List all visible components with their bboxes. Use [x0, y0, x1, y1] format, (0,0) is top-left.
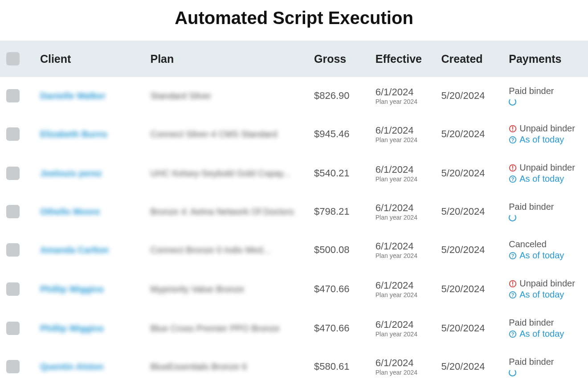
- client-name-link[interactable]: Danielle Walker: [40, 91, 106, 101]
- created-date: 5/20/2024: [441, 244, 485, 255]
- gross-amount: $945.46: [314, 128, 350, 139]
- help-circle-icon: ?: [509, 252, 517, 260]
- row-checkbox[interactable]: [6, 282, 20, 296]
- table-row: Amanda CarltonConnect Bronze 0 Indiv Med…: [0, 230, 588, 270]
- col-header-created[interactable]: Created: [441, 53, 509, 65]
- table-row: Othello MooreBronze 4: Aetna Network Of …: [0, 193, 588, 230]
- svg-text:?: ?: [511, 292, 514, 297]
- page-title: Automated Script Execution: [0, 0, 588, 41]
- help-circle-icon: ?: [509, 175, 517, 183]
- svg-text:?: ?: [511, 331, 514, 336]
- as-of-today-text: As of today: [519, 250, 564, 261]
- loading-spinner-icon: [509, 369, 516, 376]
- plan-name: UHC Kelsey-Seybold Gold Copay...: [151, 168, 290, 178]
- created-date: 5/20/2024: [441, 323, 485, 334]
- client-name-link[interactable]: Phillip Wiggins: [40, 284, 104, 294]
- plan-name: Standard Silver: [151, 91, 212, 101]
- plan-name: BlueEssentials Bronze 6: [151, 362, 247, 372]
- row-checkbox[interactable]: [6, 127, 20, 141]
- payment-status: Paid binder: [509, 202, 588, 212]
- client-name-link[interactable]: Phillip Wiggins: [40, 323, 104, 333]
- payment-status: Unpaid binder: [509, 123, 588, 134]
- alert-circle-icon: [509, 164, 517, 172]
- gross-amount: $470.66: [314, 323, 350, 334]
- col-header-payments[interactable]: Payments: [509, 53, 588, 65]
- plan-year-label: Plan year 2024: [376, 291, 441, 298]
- payment-status-text: Paid binder: [509, 318, 554, 328]
- as-of-today-text: As of today: [519, 290, 564, 300]
- col-header-gross[interactable]: Gross: [314, 53, 376, 65]
- help-circle-icon: ?: [509, 136, 517, 144]
- as-of-today-link[interactable]: ?As of today: [509, 135, 588, 145]
- svg-text:?: ?: [511, 176, 514, 181]
- as-of-today-link[interactable]: ?As of today: [509, 174, 588, 184]
- created-date: 5/20/2024: [441, 167, 485, 179]
- plan-name: Mypriority Value Bronze: [151, 284, 245, 294]
- alert-circle-icon: [509, 125, 517, 133]
- created-date: 5/20/2024: [441, 361, 485, 372]
- table-row: Phillip WigginsBlue Cross Premier PPO Br…: [0, 309, 588, 348]
- client-name-link[interactable]: Joelouis perez: [40, 168, 102, 178]
- col-header-client[interactable]: Client: [40, 53, 151, 65]
- loading-spinner-icon: [509, 214, 516, 221]
- table-row: Phillip WigginsMypriority Value Bronze$4…: [0, 270, 588, 309]
- row-checkbox[interactable]: [6, 243, 20, 257]
- help-circle-icon: ?: [509, 291, 517, 299]
- row-checkbox[interactable]: [6, 322, 20, 335]
- plan-year-label: Plan year 2024: [376, 369, 441, 376]
- svg-text:?: ?: [511, 253, 514, 258]
- created-date: 5/20/2024: [441, 283, 485, 294]
- payment-status: Unpaid binder: [509, 163, 588, 173]
- table-header-row: Client Plan Gross Effective Created Paym…: [0, 41, 588, 77]
- payment-status-text: Unpaid binder: [519, 278, 575, 289]
- created-date: 5/20/2024: [441, 90, 485, 101]
- plan-name: Blue Cross Premier PPO Bronze: [151, 323, 280, 333]
- effective-date: 6/1/2024: [376, 164, 441, 176]
- select-all-checkbox[interactable]: [6, 52, 20, 65]
- row-checkbox[interactable]: [6, 167, 20, 180]
- client-name-link[interactable]: Othello Moore: [40, 207, 100, 216]
- effective-date: 6/1/2024: [376, 280, 441, 291]
- effective-date: 6/1/2024: [376, 86, 441, 98]
- payment-status-text: Canceled: [509, 239, 547, 249]
- table-row: Ronnie ThibodeauxBlue Advantage Gold HMO…: [0, 385, 588, 392]
- payment-status-text: Paid binder: [509, 202, 554, 212]
- col-header-plan[interactable]: Plan: [151, 53, 314, 65]
- plan-name: Bronze 4: Aetna Network Of Doctors: [151, 207, 294, 216]
- plan-year-label: Plan year 2024: [376, 214, 441, 221]
- row-checkbox[interactable]: [6, 360, 20, 373]
- as-of-today-link[interactable]: ?As of today: [509, 250, 588, 261]
- payment-status: Paid binder: [509, 357, 588, 367]
- plan-year-label: Plan year 2024: [376, 136, 441, 143]
- client-name-link[interactable]: Amanda Carlton: [40, 245, 109, 255]
- payment-status-text: Unpaid binder: [519, 123, 575, 134]
- gross-amount: $580.61: [314, 361, 350, 372]
- effective-date: 6/1/2024: [376, 202, 441, 214]
- as-of-today-link[interactable]: ?As of today: [509, 290, 588, 300]
- table-row: Danielle WalkerStandard Silver$826.906/1…: [0, 77, 588, 114]
- effective-date: 6/1/2024: [376, 241, 441, 252]
- row-checkbox[interactable]: [6, 89, 20, 102]
- loading-spinner-icon: [509, 98, 516, 106]
- plan-name: Connect Bronze 0 Indiv Med...: [151, 245, 270, 255]
- as-of-today-link[interactable]: ?As of today: [509, 329, 588, 339]
- effective-date: 6/1/2024: [376, 357, 441, 369]
- gross-amount: $540.21: [314, 167, 350, 179]
- col-header-effective[interactable]: Effective: [376, 53, 441, 65]
- payment-status: Unpaid binder: [509, 278, 588, 289]
- effective-date: 6/1/2024: [376, 125, 441, 136]
- table-row: Elizabeth BurnsConnect Silver-4 CMS Stan…: [0, 114, 588, 154]
- client-table: Client Plan Gross Effective Created Paym…: [0, 41, 588, 392]
- row-checkbox[interactable]: [6, 205, 20, 218]
- client-name-link[interactable]: Elizabeth Burns: [40, 129, 107, 139]
- payment-status: Paid binder: [509, 318, 588, 328]
- plan-year-label: Plan year 2024: [376, 176, 441, 183]
- client-name-link[interactable]: Quentin Alston: [40, 362, 104, 372]
- payment-status-text: Paid binder: [509, 357, 554, 367]
- payment-status-text: Paid binder: [509, 86, 554, 96]
- created-date: 5/20/2024: [441, 128, 485, 139]
- table-row: Quentin AlstonBlueEssentials Bronze 6$58…: [0, 348, 588, 385]
- payment-status: Paid binder: [509, 86, 588, 96]
- plan-year-label: Plan year 2024: [376, 98, 441, 105]
- svg-text:?: ?: [511, 137, 514, 142]
